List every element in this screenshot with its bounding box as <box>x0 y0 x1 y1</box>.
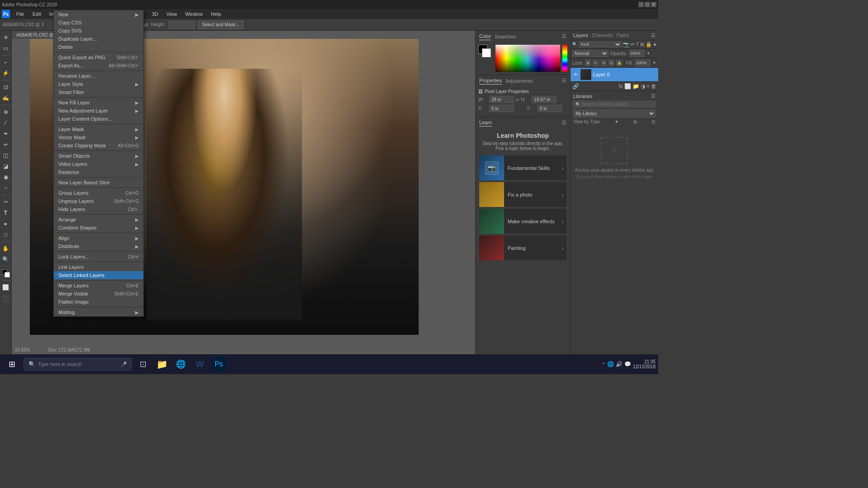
entry-matting-label: Matting <box>58 310 75 315</box>
entry-link-layers-label: Link Layers <box>58 264 84 270</box>
entry-distribute-arrow: ▶ <box>135 244 139 249</box>
sep5 <box>54 150 143 151</box>
sep13 <box>54 307 143 307</box>
entry-merge-visible-shortcut: Shift+Ctrl+E <box>114 291 139 296</box>
menu-entry-rasterize[interactable]: Rasterize <box>54 168 143 176</box>
menu-entry-smart-filter[interactable]: Smart Filter <box>54 88 143 96</box>
entry-smart-objects-label: Smart Objects <box>58 153 90 159</box>
menu-entry-layer-style[interactable]: Layer Style ▶ <box>54 80 143 88</box>
menu-entry-merge-visible[interactable]: Merge Visible Shift+Ctrl+E <box>54 290 143 298</box>
entry-smart-filter-label: Smart Filter <box>58 89 84 95</box>
entry-merge-layers-shortcut: Ctrl+E <box>126 283 139 288</box>
menu-entry-duplicate[interactable]: Duplicate Layer... <box>54 35 143 43</box>
entry-duplicate-label: Duplicate Layer... <box>58 36 97 42</box>
entry-export-as-label: Export As... <box>58 63 84 68</box>
sep2 <box>54 70 143 71</box>
entry-layer-mask-arrow: ▶ <box>135 127 139 132</box>
entry-layer-style-arrow: ▶ <box>135 82 139 87</box>
entry-align-arrow: ▶ <box>135 236 139 241</box>
entry-select-linked-label: Select Linked Layers <box>58 272 104 278</box>
entry-new-adjustment-label: New Adjustment Layer <box>58 108 108 113</box>
entry-new-adjustment-arrow: ▶ <box>135 108 139 113</box>
menu-entry-align[interactable]: Align ▶ <box>54 234 143 242</box>
menu-entry-lock-layers[interactable]: Lock Layers... Ctrl+/ <box>54 253 143 261</box>
menu-entry-video-layers[interactable]: Video Layers ▶ <box>54 160 143 168</box>
menu-entry-quick-export[interactable]: Quick Export as PNG Shift+Ctrl+' <box>54 53 143 61</box>
menu-entry-group-layers[interactable]: Group Layers Ctrl+G <box>54 189 143 197</box>
menu-entry-flatten-image[interactable]: Flatten Image <box>54 298 143 306</box>
layer-dropdown-menu: New ▶ Copy CSS Copy SVG Duplicate Layer.… <box>53 10 144 317</box>
entry-new-fill-arrow: ▶ <box>135 100 139 105</box>
entry-arrange-label: Arrange <box>58 217 76 222</box>
menu-entry-merge-layers[interactable]: Merge Layers Ctrl+E <box>54 282 143 290</box>
menu-entry-delete[interactable]: Delete <box>54 43 143 51</box>
entry-clipping-mask-label: Create Clipping Mask <box>58 143 106 148</box>
sep3 <box>54 97 143 98</box>
entry-arrange-arrow: ▶ <box>135 217 139 222</box>
menu-entry-ungroup-layers[interactable]: Ungroup Layers Shift+Ctrl+G <box>54 197 143 205</box>
menu-entry-vector-mask[interactable]: Vector Mask ▶ <box>54 133 143 141</box>
menu-entry-copy-svg[interactable]: Copy SVG <box>54 27 143 35</box>
menu-entry-arrange[interactable]: Arrange ▶ <box>54 216 143 224</box>
entry-layer-mask-label: Layer Mask <box>58 127 84 132</box>
entry-group-layers-label: Group Layers <box>58 190 89 196</box>
entry-vector-mask-arrow: ▶ <box>135 135 139 140</box>
entry-clipping-mask-shortcut: Alt+Ctrl+G <box>118 143 139 148</box>
entry-new-arrow: ▶ <box>135 12 139 17</box>
entry-video-layers-arrow: ▶ <box>135 162 139 167</box>
entry-vector-mask-label: Vector Mask <box>58 135 86 140</box>
menu-entry-new-fill[interactable]: New Fill Layer ▶ <box>54 99 143 107</box>
menu-entry-new-layer-slice[interactable]: New Layer Based Slice <box>54 178 143 187</box>
menu-entry-rename[interactable]: Rename Layer... <box>54 72 143 80</box>
menu-entry-distribute[interactable]: Distribute ▶ <box>54 242 143 250</box>
entry-flatten-image-label: Flatten Image <box>58 299 89 305</box>
menu-entry-select-linked[interactable]: Select Linked Layers <box>54 271 143 279</box>
sep8 <box>54 214 143 215</box>
entry-lock-layers-shortcut: Ctrl+/ <box>128 254 139 259</box>
entry-rename-label: Rename Layer... <box>58 73 95 79</box>
entry-group-layers-shortcut: Ctrl+G <box>126 191 139 196</box>
entry-merge-layers-label: Merge Layers <box>58 283 89 288</box>
entry-delete-label: Delete <box>58 44 73 50</box>
entry-new-layer-slice-label: New Layer Based Slice <box>58 180 110 185</box>
sep9 <box>54 233 143 233</box>
menu-entry-layer-content[interactable]: Layer Content Options... <box>54 115 143 123</box>
sep1 <box>54 52 143 52</box>
menu-entry-new-adjustment[interactable]: New Adjustment Layer ▶ <box>54 107 143 115</box>
sep4 <box>54 124 143 124</box>
menu-entry-link-layers[interactable]: Link Layers <box>54 263 143 271</box>
menu-entry-export-as[interactable]: Export As... Alt+Shift+Ctrl+' <box>54 61 143 70</box>
entry-ungroup-layers-label: Ungroup Layers <box>58 198 94 204</box>
sep12 <box>54 280 143 281</box>
dropdown-overlay[interactable]: New ▶ Copy CSS Copy SVG Duplicate Layer.… <box>0 0 658 374</box>
sep10 <box>54 251 143 252</box>
entry-align-label: Align <box>58 235 69 241</box>
entry-new-fill-label: New Fill Layer <box>58 100 90 105</box>
entry-layer-content-label: Layer Content Options... <box>58 116 112 122</box>
entry-video-layers-label: Video Layers <box>58 161 87 167</box>
menu-entry-clipping-mask[interactable]: Create Clipping Mask Alt+Ctrl+G <box>54 141 143 150</box>
entry-quick-export-label: Quick Export as PNG <box>58 55 106 60</box>
entry-lock-layers-label: Lock Layers... <box>58 254 89 259</box>
menu-entry-hide-layers[interactable]: Hide Layers Ctrl+, <box>54 205 143 213</box>
entry-layer-style-label: Layer Style <box>58 81 83 87</box>
menu-entry-new[interactable]: New ▶ <box>54 10 143 19</box>
entry-copy-css-label: Copy CSS <box>58 20 81 25</box>
entry-combine-shapes-arrow: ▶ <box>135 225 139 230</box>
entry-matting-arrow: ▶ <box>135 310 139 315</box>
entry-merge-visible-label: Merge Visible <box>58 291 88 296</box>
entry-copy-svg-label: Copy SVG <box>58 28 82 33</box>
menu-entry-layer-mask[interactable]: Layer Mask ▶ <box>54 125 143 133</box>
sep6 <box>54 177 143 178</box>
sep7 <box>54 188 143 188</box>
sep11 <box>54 262 143 262</box>
menu-entry-smart-objects[interactable]: Smart Objects ▶ <box>54 152 143 160</box>
entry-export-as-shortcut: Alt+Shift+Ctrl+' <box>108 63 139 68</box>
entry-smart-objects-arrow: ▶ <box>135 154 139 159</box>
entry-hide-layers-shortcut: Ctrl+, <box>128 207 139 212</box>
entry-distribute-label: Distribute <box>58 244 79 249</box>
menu-entry-matting[interactable]: Matting ▶ <box>54 308 143 316</box>
entry-new-label: New <box>58 12 68 17</box>
menu-entry-copy-css[interactable]: Copy CSS <box>54 19 143 27</box>
menu-entry-combine-shapes[interactable]: Combine Shapes ▶ <box>54 224 143 232</box>
